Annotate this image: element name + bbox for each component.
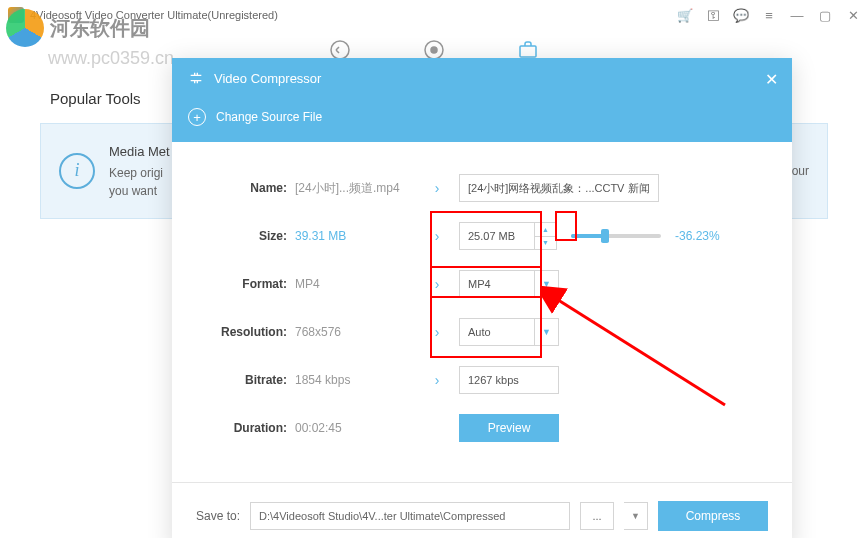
name-label: Name: [200,181,295,195]
info-card-line: you want [109,182,170,200]
size-input[interactable] [459,222,535,250]
resolution-value: 768x576 [295,325,415,339]
chevron-down-icon: ▼ [534,271,558,297]
svg-point-2 [431,47,437,53]
save-to-label: Save to: [196,509,240,523]
app-icon [8,7,24,23]
save-path-field[interactable]: D:\4Videosoft Studio\4V...ter Ultimate\C… [250,502,570,530]
format-label: Format: [200,277,295,291]
app-title: 4Videosoft Video Converter Ultimate(Unre… [30,9,278,21]
size-spinner: ▲ ▼ [535,222,557,250]
close-window-icon[interactable]: ✕ [846,8,860,22]
maximize-icon[interactable]: ▢ [818,8,832,22]
titlebar: 4Videosoft Video Converter Ultimate(Unre… [0,0,868,30]
bitrate-value: 1854 kbps [295,373,415,387]
video-compressor-modal: Video Compressor ✕ + Change Source File … [172,58,792,538]
close-icon[interactable]: ✕ [765,70,778,89]
arrow-icon: › [415,276,459,292]
bitrate-label: Bitrate: [200,373,295,387]
spinner-down[interactable]: ▼ [535,237,556,250]
svg-point-0 [331,41,349,59]
modal-title: Video Compressor [214,71,321,86]
preview-button[interactable]: Preview [459,414,559,442]
spinner-up[interactable]: ▲ [535,223,556,237]
duration-value: 00:02:45 [295,421,415,435]
info-icon: i [59,153,95,189]
duration-label: Duration: [200,421,295,435]
slider-handle[interactable] [601,229,609,243]
svg-rect-3 [520,46,536,57]
path-dropdown-button[interactable]: ▼ [624,502,648,530]
browse-button[interactable]: ... [580,502,614,530]
compress-button[interactable]: Compress [658,501,768,531]
resolution-label: Resolution: [200,325,295,339]
arrow-icon: › [415,180,459,196]
change-source-label: Change Source File [216,110,322,124]
plus-icon: + [188,108,206,126]
menu-icon[interactable]: ≡ [762,8,776,22]
feedback-icon[interactable]: 💬 [734,8,748,22]
chevron-down-icon: ▼ [534,319,558,345]
resolution-select[interactable]: Auto ▼ [459,318,559,346]
modal-header: Video Compressor ✕ [172,58,792,98]
size-percent: -36.23% [675,229,720,243]
size-slider[interactable] [571,234,661,238]
key-icon[interactable]: ⚿ [706,8,720,22]
cart-icon[interactable]: 🛒 [678,8,692,22]
compressor-icon [188,70,204,86]
format-value: MP4 [295,277,415,291]
size-value: 39.31 MB [295,229,415,243]
arrow-icon: › [415,228,459,244]
bitrate-input[interactable] [459,366,559,394]
change-source-bar[interactable]: + Change Source File [172,98,792,142]
size-label: Size: [200,229,295,243]
arrow-icon: › [415,324,459,340]
info-card-title: Media Met [109,142,170,162]
minimize-icon[interactable]: — [790,8,804,22]
info-card-line: Keep origi [109,164,170,182]
name-value: [24小时]...频道.mp4 [295,180,415,197]
format-select[interactable]: MP4 ▼ [459,270,559,298]
name-input[interactable] [459,174,659,202]
arrow-icon: › [415,372,459,388]
